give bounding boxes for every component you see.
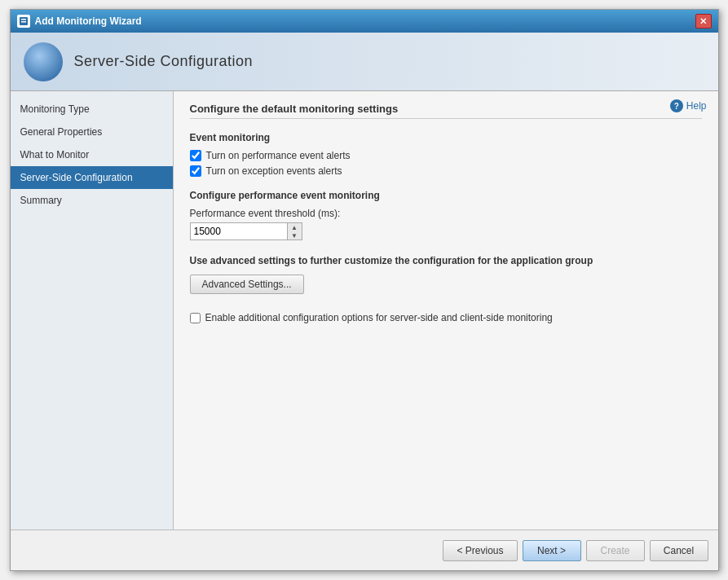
wizard-window: Add Monitoring Wizard ✕ Server-Side Conf… bbox=[10, 9, 719, 571]
exception-alerts-label: Turn on exception events alerts bbox=[206, 165, 342, 177]
footer: < Previous Next > Create Cancel bbox=[11, 529, 718, 570]
help-label: Help bbox=[686, 100, 707, 112]
advanced-settings-button[interactable]: Advanced Settings... bbox=[190, 275, 304, 294]
threshold-input[interactable] bbox=[190, 222, 288, 240]
sidebar-item-monitoring-type[interactable]: Monitoring Type bbox=[11, 98, 173, 121]
performance-section-title: Configure performance event monitoring bbox=[190, 190, 702, 201]
enable-additional-label: Enable additional configuration options … bbox=[205, 312, 553, 323]
performance-alerts-label: Turn on performance event alerts bbox=[206, 150, 351, 161]
exception-alerts-row: Turn on exception events alerts bbox=[190, 165, 702, 177]
svg-rect-1 bbox=[21, 19, 26, 20]
main-panel: ? Help Configure the default monitoring … bbox=[174, 91, 718, 529]
header-icon bbox=[24, 42, 63, 81]
header-title: Server-Side Configuration bbox=[74, 53, 254, 70]
enable-additional-row: Enable additional configuration options … bbox=[190, 312, 702, 323]
cancel-button[interactable]: Cancel bbox=[650, 540, 708, 561]
title-bar: Add Monitoring Wizard ✕ bbox=[11, 10, 718, 33]
content-area: Monitoring Type General Properties What … bbox=[11, 91, 718, 529]
spin-buttons: ▲ ▼ bbox=[288, 222, 302, 240]
page-section-title: Configure the default monitoring setting… bbox=[190, 103, 702, 119]
create-button[interactable]: Create bbox=[586, 540, 645, 561]
sidebar-item-server-side-config[interactable]: Server-Side Configuration bbox=[11, 166, 173, 189]
spin-down-button[interactable]: ▼ bbox=[288, 231, 302, 239]
event-monitoring-title: Event monitoring bbox=[190, 132, 702, 143]
spin-up-button[interactable]: ▲ bbox=[288, 223, 302, 231]
threshold-input-wrap: ▲ ▼ bbox=[190, 222, 304, 240]
performance-alerts-row: Turn on performance event alerts bbox=[190, 150, 702, 161]
next-button[interactable]: Next > bbox=[523, 540, 581, 561]
svg-rect-2 bbox=[21, 21, 26, 23]
threshold-label: Performance event threshold (ms): bbox=[190, 208, 702, 219]
window-title: Add Monitoring Wizard bbox=[35, 15, 142, 27]
previous-button[interactable]: < Previous bbox=[443, 540, 517, 561]
performance-alerts-checkbox[interactable] bbox=[190, 150, 201, 161]
advanced-note: Use advanced settings to further customi… bbox=[190, 255, 702, 266]
enable-additional-checkbox[interactable] bbox=[190, 313, 201, 323]
sidebar-item-general-properties[interactable]: General Properties bbox=[11, 121, 173, 143]
close-button[interactable]: ✕ bbox=[695, 14, 712, 29]
exception-alerts-checkbox[interactable] bbox=[190, 165, 201, 177]
header-panel: Server-Side Configuration bbox=[11, 33, 718, 91]
sidebar: Monitoring Type General Properties What … bbox=[11, 91, 174, 529]
window-icon bbox=[17, 15, 30, 28]
sidebar-item-summary[interactable]: Summary bbox=[11, 189, 173, 212]
sidebar-item-what-to-monitor[interactable]: What to Monitor bbox=[11, 143, 173, 166]
help-link[interactable]: ? Help bbox=[670, 99, 707, 112]
help-icon: ? bbox=[670, 99, 683, 112]
